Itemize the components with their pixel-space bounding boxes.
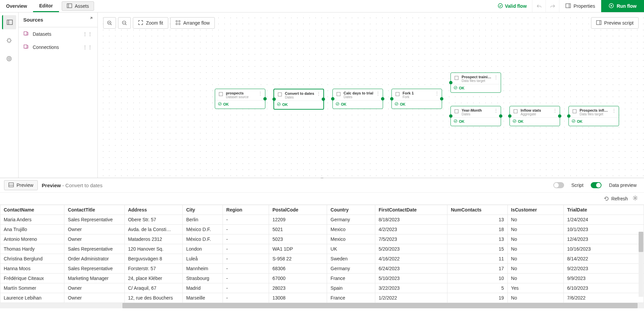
zoom-in-button[interactable] <box>103 17 116 29</box>
column-header[interactable]: NumContacts <box>447 205 507 215</box>
input-port[interactable] <box>567 114 570 118</box>
table-row[interactable]: Christina BerglundOrder AdministratorBer… <box>0 254 644 264</box>
column-header[interactable]: ContactName <box>0 205 64 215</box>
table-row[interactable]: Hanna MoosSales RepresentativeForsterstr… <box>0 264 644 274</box>
refresh-button[interactable]: Refresh <box>604 196 628 201</box>
table-cell: 12/4/2023 <box>564 234 644 244</box>
flow-node[interactable]: Inflow stats Aggregate ⋮ OK <box>509 106 560 126</box>
flow-node[interactable]: Fork 1 Fork ⋮ OK <box>391 89 442 109</box>
table-cell: - <box>223 293 269 303</box>
node-menu-icon[interactable]: ⋮ <box>553 108 557 116</box>
table-row[interactable]: Martín SommerOwnerC/ Araquil, 67Madrid-2… <box>0 283 644 293</box>
assets-button[interactable]: Assets <box>62 1 94 11</box>
vertical-scrollbar[interactable] <box>639 232 643 297</box>
table-cell: 10/1/2023 <box>564 225 644 234</box>
table-row[interactable]: Ana TrujilloOwnerAvda. de la Consti…Méxi… <box>0 225 644 234</box>
output-port[interactable] <box>499 114 502 118</box>
column-header[interactable]: Country <box>327 205 375 215</box>
node-menu-icon[interactable]: ⋮ <box>494 108 498 116</box>
script-switch[interactable] <box>553 182 564 188</box>
horizontal-scrollbar[interactable] <box>0 303 644 308</box>
node-menu-icon[interactable]: ⋮ <box>494 75 498 83</box>
rail-sources[interactable] <box>2 15 16 29</box>
table-cell: 13 <box>447 234 507 244</box>
zoom-out-button[interactable] <box>118 17 131 29</box>
table-cell: 13008 <box>269 293 327 303</box>
node-type-icon <box>453 75 460 81</box>
data-preview-switch[interactable] <box>591 182 602 188</box>
preview-script-button[interactable]: Preview script <box>591 17 639 29</box>
run-flow-button[interactable]: Run flow <box>601 0 644 12</box>
output-port[interactable] <box>558 114 561 118</box>
resize-handle[interactable]: ═ <box>315 176 329 177</box>
tab-editor[interactable]: Editor <box>33 0 59 12</box>
flow-node[interactable]: Year-Month Dates ⋮ OK <box>450 106 501 126</box>
svg-rect-39 <box>455 76 459 80</box>
redo-button[interactable] <box>546 0 559 12</box>
column-header[interactable]: ContactTitle <box>64 205 124 215</box>
dataset-icon <box>23 31 29 37</box>
table-cell: 5/20/2023 <box>375 244 447 254</box>
table-cell: Forsterstr. 57 <box>124 264 182 274</box>
drag-handle-icon[interactable]: ⋮⋮ <box>83 31 93 37</box>
table-row[interactable]: Antonio MorenoOwnerMataderos 2312México … <box>0 234 644 244</box>
rail-processors[interactable] <box>2 33 16 48</box>
table-cell: - <box>223 225 269 234</box>
table-cell: Order Administrator <box>64 254 124 264</box>
properties-button[interactable]: Properties <box>559 0 601 12</box>
column-header[interactable]: City <box>183 205 223 215</box>
node-subtitle: Dates <box>285 95 315 99</box>
output-port[interactable] <box>322 97 325 101</box>
flow-node[interactable]: Prospect training Data files target ⋮ OK <box>450 73 501 93</box>
input-port[interactable] <box>331 97 334 101</box>
table-cell: 19 <box>447 293 507 303</box>
zoom-fit-button[interactable]: Zoom fit <box>133 17 168 29</box>
column-header[interactable]: PostalCode <box>269 205 327 215</box>
column-header[interactable]: Address <box>124 205 182 215</box>
column-header[interactable]: Region <box>223 205 269 215</box>
undo-button[interactable] <box>532 0 546 12</box>
column-header[interactable]: TrialDate <box>564 205 644 215</box>
node-menu-icon[interactable]: ⋮ <box>258 91 262 99</box>
input-port[interactable] <box>449 114 452 118</box>
rail-targets[interactable] <box>2 52 16 66</box>
table-row[interactable]: Maria AndersSales RepresentativeObere St… <box>0 215 644 225</box>
tab-overview[interactable]: Overview <box>0 0 33 12</box>
table-row[interactable]: Thomas HardySales Representative120 Hano… <box>0 244 644 254</box>
preview-toggle-button[interactable]: Preview <box>4 180 38 190</box>
flow-node[interactable]: prospects Dataset source ⋮ OK <box>215 89 265 109</box>
output-port[interactable] <box>263 97 267 101</box>
input-port[interactable] <box>390 97 393 101</box>
arrange-flow-button[interactable]: Arrange flow <box>170 17 215 29</box>
node-subtitle: Dates <box>462 112 492 116</box>
node-menu-icon[interactable]: ⋮ <box>435 91 439 99</box>
table-row[interactable]: Laurence LebihanOwner12, rue des Boucher… <box>0 293 644 303</box>
input-port[interactable] <box>508 114 511 118</box>
node-title: Prospect training <box>462 75 492 79</box>
node-menu-icon[interactable]: ⋮ <box>376 91 380 99</box>
table-cell: 6/10/2023 <box>564 283 644 293</box>
sidebar-item[interactable]: Datasets⋮⋮ <box>19 27 97 40</box>
table-row[interactable]: Frédérique CiteauxMarketing Manager24, p… <box>0 274 644 283</box>
input-port[interactable] <box>272 97 276 101</box>
drag-handle-icon[interactable]: ⋮⋮ <box>83 45 93 50</box>
column-header[interactable]: IsCustomer <box>507 205 564 215</box>
table-cell: France <box>327 274 375 283</box>
flow-node[interactable]: Convert to dates Dates ⋮ OK <box>273 89 324 110</box>
preview-title: Preview - Convert to dates <box>42 182 103 188</box>
output-port[interactable] <box>381 97 384 101</box>
flow-canvas[interactable]: Zoom fit Arrange flow Preview script pro… <box>98 12 644 178</box>
table-cell: México D.F. <box>183 225 223 234</box>
flow-node[interactable]: Calc days to trial Dates ⋮ OK <box>332 89 383 109</box>
settings-icon[interactable] <box>633 195 638 202</box>
flow-node[interactable]: Prospects inflow stat Data files target … <box>568 106 619 126</box>
sidebar-item[interactable]: Connections⋮⋮ <box>19 40 97 54</box>
column-header[interactable]: FirstContactDate <box>375 205 447 215</box>
table-cell: Owner <box>64 225 124 234</box>
node-menu-icon[interactable]: ⋮ <box>317 91 321 99</box>
output-port[interactable] <box>440 97 443 101</box>
expand-icon[interactable] <box>87 17 93 23</box>
table-cell: 9/22/2023 <box>564 264 644 274</box>
node-menu-icon[interactable]: ⋮ <box>612 108 616 116</box>
input-port[interactable] <box>449 81 452 84</box>
